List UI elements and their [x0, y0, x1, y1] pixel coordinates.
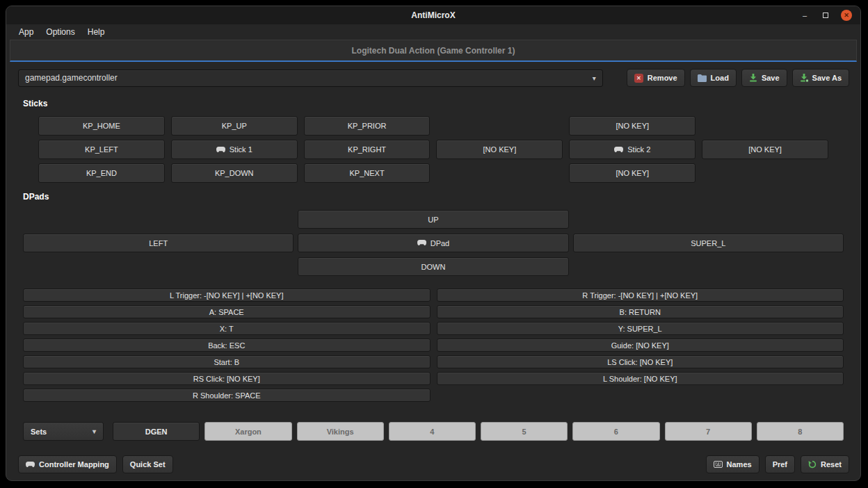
stick1-down-right-button[interactable]: KP_NEXT: [304, 163, 431, 183]
set-tab-7[interactable]: 7: [665, 422, 752, 441]
sets-dropdown-label: Sets: [31, 428, 47, 436]
dpad-center-button[interactable]: DPad: [298, 234, 568, 252]
load-label: Load: [711, 74, 729, 82]
l-trigger-button[interactable]: L Trigger: -[NO KEY] | +[NO KEY]: [23, 288, 431, 302]
guide-button[interactable]: Guide: [NO KEY]: [437, 339, 844, 352]
dpad-grid: UP LEFT DPad SUPER_L DOWN: [23, 210, 844, 276]
quick-set-button[interactable]: Quick Set: [122, 455, 173, 473]
sets-dropdown[interactable]: Sets ▾: [23, 422, 104, 441]
set-tab-8[interactable]: 8: [757, 422, 844, 441]
rs-click-button[interactable]: RS Click: [NO KEY]: [23, 372, 431, 385]
remove-icon: ✕: [634, 74, 643, 83]
button-assignment-list: L Trigger: -[NO KEY] | +[NO KEY] A: SPAC…: [23, 288, 844, 402]
dpad-left-button[interactable]: LEFT: [23, 234, 294, 252]
x-button[interactable]: X: T: [23, 322, 431, 335]
stick2-left-button[interactable]: [NO KEY]: [436, 140, 563, 159]
l-shoulder-button[interactable]: L Shoulder: [NO KEY]: [437, 372, 844, 385]
controller-tab[interactable]: Logitech Dual Action (Game Controller 1): [352, 46, 515, 56]
load-button[interactable]: Load: [690, 69, 737, 87]
save-as-icon: [800, 74, 808, 82]
stick1-center-button[interactable]: Stick 1: [171, 140, 298, 159]
folder-icon: [698, 74, 707, 82]
profile-combobox[interactable]: gamepad.gamecontroller ▾: [18, 70, 603, 87]
chevron-down-icon: ▾: [593, 74, 596, 82]
y-button[interactable]: Y: SUPER_L: [437, 322, 844, 335]
minimize-icon: –: [803, 11, 807, 19]
gamepad-icon: [26, 462, 35, 468]
reset-label: Reset: [821, 460, 842, 469]
profile-row: gamepad.gamecontroller ▾ ✕ Remove Load S…: [6, 62, 860, 92]
set-tab-5[interactable]: 5: [481, 422, 568, 441]
reset-button[interactable]: Reset: [801, 455, 849, 473]
stick2-right-button[interactable]: [NO KEY]: [702, 140, 828, 159]
stick2-up-button[interactable]: [NO KEY]: [569, 116, 696, 136]
sets-row: Sets ▾ DGEN Xargon Vikings 4 5 6 7 8: [23, 422, 844, 441]
minimize-button[interactable]: –: [799, 10, 810, 21]
button-list-right-column: R Trigger: -[NO KEY] | +[NO KEY] B: RETU…: [437, 288, 844, 402]
gamepad-icon: [417, 240, 426, 246]
menubar: App Options Help: [6, 24, 860, 40]
save-as-label: Save As: [812, 74, 842, 82]
back-button[interactable]: Back: ESC: [23, 339, 431, 352]
ls-click-button[interactable]: LS Click: [NO KEY]: [437, 355, 844, 368]
dpad-up-button[interactable]: UP: [298, 210, 568, 229]
pref-label: Pref: [773, 460, 787, 469]
names-label: Names: [727, 460, 752, 469]
save-label: Save: [762, 74, 780, 82]
profile-toolbar: ✕ Remove Load Save Save As: [627, 69, 849, 87]
stick1-up-button[interactable]: KP_UP: [171, 116, 298, 136]
stick2-down-button[interactable]: [NO KEY]: [569, 163, 696, 183]
dpad-right-button[interactable]: SUPER_L: [573, 234, 844, 252]
set-tab-2[interactable]: Xargon: [204, 422, 291, 441]
b-button[interactable]: B: RETURN: [437, 305, 844, 318]
sticks-heading: Sticks: [23, 99, 844, 111]
a-button[interactable]: A: SPACE: [23, 305, 431, 318]
gamepad-icon: [614, 147, 623, 153]
save-as-button[interactable]: Save As: [792, 69, 849, 87]
app-window: AntiMicroX – ✕ App Options Help Logitech…: [6, 6, 861, 481]
gamepad-icon: [216, 147, 225, 153]
window-title: AntiMicroX: [6, 10, 860, 20]
close-button[interactable]: ✕: [841, 10, 852, 21]
dpads-heading: DPads: [23, 192, 844, 204]
menu-app[interactable]: App: [13, 26, 39, 38]
stick1-down-button[interactable]: KP_DOWN: [171, 163, 298, 183]
chevron-down-icon: ▾: [93, 428, 96, 435]
stick2-center-button[interactable]: Stick 2: [569, 140, 696, 159]
stick1-up-left-button[interactable]: KP_HOME: [38, 116, 165, 136]
set-tab-3[interactable]: Vikings: [297, 422, 384, 441]
r-trigger-button[interactable]: R Trigger: -[NO KEY] | +[NO KEY]: [437, 288, 844, 302]
main-content: Sticks KP_HOME KP_UP KP_PRIOR [NO KEY] K…: [6, 92, 860, 449]
menu-help[interactable]: Help: [82, 26, 111, 38]
dpad-down-button[interactable]: DOWN: [298, 257, 568, 276]
save-icon: [749, 74, 757, 82]
set-tab-4[interactable]: 4: [389, 422, 476, 441]
menu-options[interactable]: Options: [40, 26, 80, 38]
set-tab-6[interactable]: 6: [572, 422, 659, 441]
remove-label: Remove: [648, 74, 677, 82]
titlebar: AntiMicroX – ✕: [6, 6, 860, 24]
pref-button[interactable]: Pref: [765, 455, 795, 473]
window-controls: – ✕: [799, 10, 860, 21]
stick1-down-left-button[interactable]: KP_END: [38, 163, 165, 183]
stick1-label: Stick 1: [230, 145, 252, 154]
bottom-bar: Controller Mapping Quick Set Names Pref …: [6, 449, 860, 480]
keyboard-icon: [714, 461, 723, 468]
quick-set-label: Quick Set: [130, 460, 166, 469]
controller-tabbar: Logitech Dual Action (Game Controller 1): [10, 40, 857, 62]
remove-button[interactable]: ✕ Remove: [627, 69, 685, 87]
names-button[interactable]: Names: [706, 455, 760, 473]
stick1-left-button[interactable]: KP_LEFT: [38, 140, 165, 159]
controller-mapping-button[interactable]: Controller Mapping: [18, 455, 117, 473]
maximize-button[interactable]: [820, 10, 831, 21]
start-button[interactable]: Start: B: [23, 355, 431, 368]
stick1-right-button[interactable]: KP_RIGHT: [304, 140, 431, 159]
set-tab-1[interactable]: DGEN: [113, 422, 200, 441]
dpad-label: DPad: [431, 239, 450, 247]
close-icon: ✕: [844, 13, 849, 19]
stick1-up-right-button[interactable]: KP_PRIOR: [304, 116, 431, 136]
controller-mapping-label: Controller Mapping: [39, 460, 109, 469]
save-button[interactable]: Save: [741, 69, 787, 87]
button-list-left-column: L Trigger: -[NO KEY] | +[NO KEY] A: SPAC…: [23, 288, 431, 402]
r-shoulder-button[interactable]: R Shoulder: SPACE: [23, 389, 431, 402]
